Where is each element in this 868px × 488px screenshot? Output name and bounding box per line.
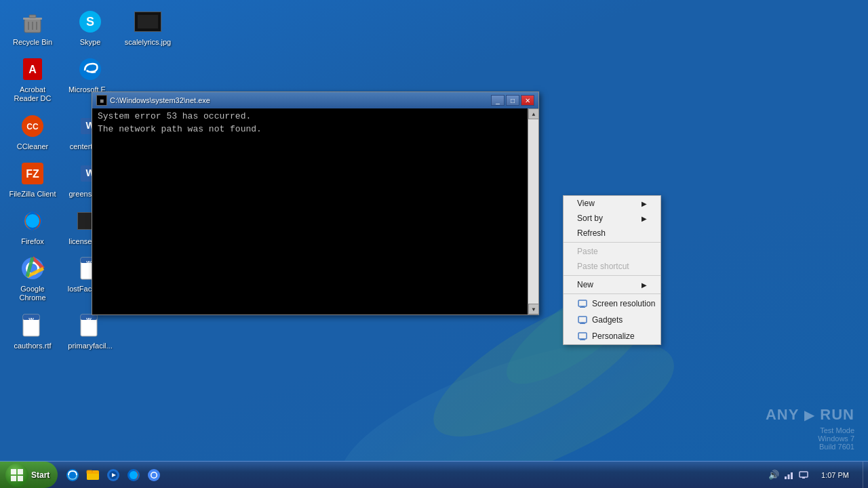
svg-rect-38: [580, 307, 585, 308]
icon-ccleaner[interactable]: CC CCleaner: [5, 110, 60, 154]
ctx-separator-2: [564, 275, 660, 276]
icon-acrobat[interactable]: A Acrobat Reader DC: [5, 53, 60, 106]
ctx-item-refresh[interactable]: Refresh: [564, 226, 660, 241]
display-icon[interactable]: [798, 470, 809, 481]
ctx-item-personalize[interactable]: Personalize: [564, 328, 660, 344]
anyrun-play-icon: ▶: [804, 407, 814, 423]
ctx-item-new[interactable]: New ▶: [564, 277, 660, 292]
icon-skype[interactable]: S Skype: [63, 5, 117, 49]
scroll-track[interactable]: [528, 119, 538, 304]
taskbar-nav-icons: [60, 466, 166, 485]
svg-rect-5: [29, 15, 36, 18]
scroll-up-btn[interactable]: ▲: [528, 108, 538, 119]
ctx-item-view[interactable]: View ▶: [564, 196, 660, 211]
acrobat-icon: A: [19, 56, 46, 83]
ctx-item-screen-resolution[interactable]: Screen resolution: [564, 296, 660, 312]
taskbar-ie-icon[interactable]: [63, 466, 82, 485]
network-icon[interactable]: [783, 470, 794, 481]
icon-scalelyrics[interactable]: scalelyrics.jpg: [121, 5, 175, 49]
cmd-scrollbar[interactable]: ▲ ▼: [528, 108, 538, 314]
taskbar-clock[interactable]: 1:07 PM: [813, 471, 857, 479]
cmd-title: C:\Windows\system32\net.exe: [110, 96, 491, 104]
minimize-button[interactable]: _: [491, 95, 505, 106]
svg-text:CC: CC: [26, 122, 39, 131]
taskbar-wmp-icon[interactable]: [104, 466, 123, 485]
taskbar-explorer-icon[interactable]: [83, 466, 102, 485]
firefox-icon: [19, 207, 46, 235]
ctx-separator-3: [564, 293, 660, 294]
cmd-controls: _ □ ✕: [491, 95, 534, 106]
icon-filezilla-label: FileZilla Client: [9, 190, 56, 199]
svg-rect-39: [578, 317, 587, 323]
svg-rect-64: [791, 472, 793, 479]
cmd-window: ■ C:\Windows\system32\net.exe _ □ ✕ Syst…: [92, 92, 539, 315]
icon-chrome-label: Google Chrome: [8, 285, 57, 302]
show-desktop-button[interactable]: [863, 462, 868, 488]
svg-point-61: [152, 472, 157, 477]
icon-filezilla[interactable]: FZ FileZilla Client: [5, 157, 60, 201]
ctx-gadgets-label: Gadgets: [592, 315, 623, 325]
ctx-item-sort-by[interactable]: Sort by ▶: [564, 211, 660, 226]
taskbar-chrome-icon[interactable]: [144, 466, 163, 485]
chrome-icon: [19, 255, 46, 282]
svg-text:FZ: FZ: [26, 168, 39, 180]
icon-chrome[interactable]: Google Chrome: [5, 252, 60, 305]
icon-acrobat-label: Acrobat Reader DC: [8, 85, 57, 103]
icon-firefox-label: Firefox: [21, 237, 44, 246]
svg-rect-62: [785, 476, 787, 479]
cmd-line1: System error 53 has occurred.: [98, 111, 533, 121]
maximize-button[interactable]: □: [506, 95, 519, 106]
icon-scalelyrics-label: scalelyrics.jpg: [125, 38, 171, 47]
anyrun-text: ANY: [766, 406, 799, 424]
svg-point-23: [26, 214, 39, 228]
svg-text:A: A: [28, 64, 37, 75]
windows-label: Windows 7: [766, 434, 854, 443]
svg-point-58: [130, 471, 138, 479]
svg-rect-65: [800, 472, 808, 477]
svg-rect-41: [580, 323, 585, 324]
svg-rect-45: [11, 469, 16, 474]
ctx-item-paste: Paste: [564, 244, 660, 259]
ctx-sort-label: Sort by: [577, 214, 603, 223]
speaker-icon[interactable]: 🔊: [768, 470, 779, 481]
clock-time: 1:07 PM: [821, 471, 849, 479]
svg-rect-42: [578, 333, 587, 339]
anyrun-run-text: RUN: [820, 406, 854, 424]
ctx-paste-shortcut-label: Paste shortcut: [577, 262, 629, 271]
ctx-view-arrow: ▶: [642, 200, 647, 207]
filezilla-icon: FZ: [19, 160, 46, 187]
icon-firefox[interactable]: Firefox: [5, 205, 60, 249]
skype-icon: S: [77, 8, 104, 35]
close-button[interactable]: ✕: [521, 95, 534, 106]
icon-recycle-bin-label: Recycle Bin: [13, 38, 52, 47]
start-button[interactable]: Start: [0, 462, 58, 488]
personalize-icon: [577, 331, 588, 342]
ctx-new-label: New: [577, 280, 593, 289]
scroll-down-btn[interactable]: ▼: [528, 304, 538, 314]
ctx-personalize-label: Personalize: [592, 331, 635, 341]
start-label: Start: [31, 470, 50, 480]
taskbar-systray: 🔊 1:07 PM: [763, 470, 863, 481]
edge-icon: [77, 56, 104, 83]
svg-text:W: W: [86, 317, 92, 323]
ctx-new-arrow: ▶: [642, 281, 647, 289]
ctx-separator-1: [564, 242, 660, 243]
primaryfac-icon: W: [77, 312, 104, 339]
ctx-item-gadgets[interactable]: Gadgets: [564, 312, 660, 328]
svg-rect-53: [87, 472, 99, 474]
taskbar: Start: [0, 461, 868, 488]
icon-recycle-bin[interactable]: Recycle Bin: [5, 5, 60, 49]
svg-rect-47: [11, 476, 16, 481]
icon-primaryfac[interactable]: W primaryfacil...: [63, 309, 117, 353]
taskbar-firefox-icon[interactable]: [124, 466, 143, 485]
context-menu: View ▶ Sort by ▶ Refresh Paste Paste sho…: [563, 195, 661, 345]
icon-cauthors[interactable]: W cauthors.rtf: [5, 309, 60, 353]
cmd-titlebar[interactable]: ■ C:\Windows\system32\net.exe _ □ ✕: [92, 92, 538, 108]
test-mode-label: Test Mode: [766, 426, 854, 434]
ctx-item-paste-shortcut: Paste shortcut: [564, 259, 660, 274]
screen-resolution-icon: [577, 298, 588, 309]
ctx-sort-arrow: ▶: [642, 215, 647, 222]
svg-text:S: S: [86, 15, 94, 28]
scalelyrics-icon: [134, 8, 161, 35]
recycle-bin-icon: [19, 8, 46, 35]
